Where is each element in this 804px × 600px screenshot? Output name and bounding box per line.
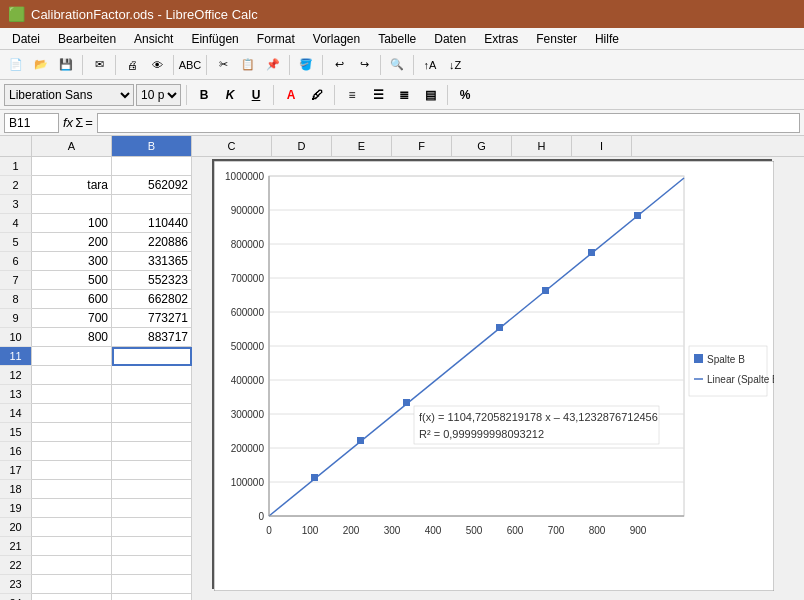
cell-a4[interactable]: 100	[32, 214, 112, 233]
preview-button[interactable]: 👁	[145, 53, 169, 77]
col-header-g[interactable]: G	[452, 136, 512, 156]
cell-a1[interactable]	[32, 157, 112, 176]
cell-b11[interactable]	[112, 347, 192, 366]
cell-a10[interactable]: 800	[32, 328, 112, 347]
sort-desc-button[interactable]: ↓Z	[443, 53, 467, 77]
cell-b17[interactable]	[112, 461, 192, 480]
row-header[interactable]: 11	[0, 347, 32, 366]
cell-a15[interactable]	[32, 423, 112, 442]
cell-a18[interactable]	[32, 480, 112, 499]
menu-fenster[interactable]: Fenster	[528, 30, 585, 48]
cell-b8[interactable]: 662802	[112, 290, 192, 309]
find-button[interactable]: 🔍	[385, 53, 409, 77]
menu-bearbeiten[interactable]: Bearbeiten	[50, 30, 124, 48]
email-button[interactable]: ✉	[87, 53, 111, 77]
menu-format[interactable]: Format	[249, 30, 303, 48]
cell-a24[interactable]	[32, 594, 112, 600]
chart[interactable]: 1000000 900000 800000 700000 600000 5000…	[212, 159, 772, 589]
row-header[interactable]: 17	[0, 461, 32, 480]
cell-a6[interactable]: 300	[32, 252, 112, 271]
cell-b13[interactable]	[112, 385, 192, 404]
cell-b21[interactable]	[112, 537, 192, 556]
align-justify-button[interactable]: ▤	[418, 83, 442, 107]
row-header[interactable]: 15	[0, 423, 32, 442]
menu-einfuegen[interactable]: Einfügen	[183, 30, 246, 48]
row-header[interactable]: 3	[0, 195, 32, 214]
cell-reference[interactable]: B11	[4, 113, 59, 133]
redo-button[interactable]: ↪	[352, 53, 376, 77]
cell-b12[interactable]	[112, 366, 192, 385]
underline-button[interactable]: U	[244, 83, 268, 107]
row-header[interactable]: 10	[0, 328, 32, 347]
cell-a8[interactable]: 600	[32, 290, 112, 309]
cell-b5[interactable]: 220886	[112, 233, 192, 252]
row-header[interactable]: 23	[0, 575, 32, 594]
percent-button[interactable]: %	[453, 83, 477, 107]
menu-datei[interactable]: Datei	[4, 30, 48, 48]
new-button[interactable]: 📄	[4, 53, 28, 77]
cut-button[interactable]: ✂	[211, 53, 235, 77]
undo-button[interactable]: ↩	[327, 53, 351, 77]
cell-b20[interactable]	[112, 518, 192, 537]
menu-extras[interactable]: Extras	[476, 30, 526, 48]
cell-b1[interactable]	[112, 157, 192, 176]
cell-b24[interactable]	[112, 594, 192, 600]
cell-a11[interactable]	[32, 347, 112, 366]
cell-a12[interactable]	[32, 366, 112, 385]
copy-button[interactable]: 📋	[236, 53, 260, 77]
row-header[interactable]: 12	[0, 366, 32, 385]
row-header[interactable]: 20	[0, 518, 32, 537]
cell-a19[interactable]	[32, 499, 112, 518]
cell-a14[interactable]	[32, 404, 112, 423]
col-header-d[interactable]: D	[272, 136, 332, 156]
col-header-b[interactable]: B	[112, 136, 192, 156]
menu-ansicht[interactable]: Ansicht	[126, 30, 181, 48]
row-header[interactable]: 24	[0, 594, 32, 600]
cell-a16[interactable]	[32, 442, 112, 461]
menu-tabelle[interactable]: Tabelle	[370, 30, 424, 48]
row-header[interactable]: 9	[0, 309, 32, 328]
cell-b14[interactable]	[112, 404, 192, 423]
row-header[interactable]: 22	[0, 556, 32, 575]
menu-vorlagen[interactable]: Vorlagen	[305, 30, 368, 48]
cell-a23[interactable]	[32, 575, 112, 594]
row-header[interactable]: 19	[0, 499, 32, 518]
cell-a22[interactable]	[32, 556, 112, 575]
row-header[interactable]: 8	[0, 290, 32, 309]
row-header[interactable]: 1	[0, 157, 32, 176]
open-button[interactable]: 📂	[29, 53, 53, 77]
grid-scroll[interactable]: 1 2 tara 562092 3 4	[0, 157, 804, 600]
cell-b10[interactable]: 883717	[112, 328, 192, 347]
menu-hilfe[interactable]: Hilfe	[587, 30, 627, 48]
row-header[interactable]: 14	[0, 404, 32, 423]
row-header[interactable]: 5	[0, 233, 32, 252]
print-button[interactable]: 🖨	[120, 53, 144, 77]
sum-icon[interactable]: Σ	[75, 115, 83, 130]
col-header-i[interactable]: I	[572, 136, 632, 156]
row-header[interactable]: 16	[0, 442, 32, 461]
cell-a20[interactable]	[32, 518, 112, 537]
row-header[interactable]: 7	[0, 271, 32, 290]
font-size-select[interactable]: 10 pt	[136, 84, 181, 106]
align-right-button[interactable]: ≣	[392, 83, 416, 107]
col-header-c[interactable]: C	[192, 136, 272, 156]
sort-asc-button[interactable]: ↑A	[418, 53, 442, 77]
cell-b7[interactable]: 552323	[112, 271, 192, 290]
paste-button[interactable]: 📌	[261, 53, 285, 77]
col-header-e[interactable]: E	[332, 136, 392, 156]
cell-b9[interactable]: 773271	[112, 309, 192, 328]
row-header[interactable]: 13	[0, 385, 32, 404]
align-center-button[interactable]: ☰	[366, 83, 390, 107]
cell-a21[interactable]	[32, 537, 112, 556]
cell-a7[interactable]: 500	[32, 271, 112, 290]
fx-icon[interactable]: fx	[63, 115, 73, 130]
cell-a17[interactable]	[32, 461, 112, 480]
row-header[interactable]: 6	[0, 252, 32, 271]
font-name-select[interactable]: Liberation Sans	[4, 84, 134, 106]
formula-input[interactable]	[97, 113, 800, 133]
cell-a9[interactable]: 700	[32, 309, 112, 328]
menu-daten[interactable]: Daten	[426, 30, 474, 48]
cell-a2[interactable]: tara	[32, 176, 112, 195]
cell-b22[interactable]	[112, 556, 192, 575]
spell-button[interactable]: ABC	[178, 53, 202, 77]
